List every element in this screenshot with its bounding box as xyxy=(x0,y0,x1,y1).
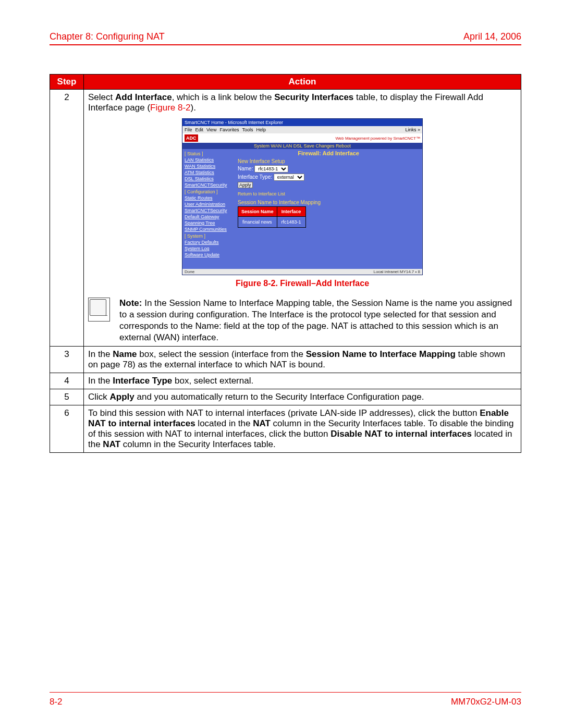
menu-favorites[interactable]: Favorites xyxy=(219,127,239,132)
apply-button[interactable]: Apply xyxy=(238,182,253,188)
note-icon xyxy=(88,298,110,322)
t: Disable NAT to internal interfaces xyxy=(331,429,472,439)
chapter-title: Chapter 8: Configuring NAT xyxy=(50,31,165,42)
side-link[interactable]: Default Gateway xyxy=(185,214,232,220)
header-rule xyxy=(50,44,521,45)
section-new-interface: New Interface Setup xyxy=(238,158,419,164)
type-select[interactable]: external xyxy=(274,174,304,181)
map-col2: Interface xyxy=(277,207,305,217)
name-select[interactable]: rfc1483-1 xyxy=(254,165,288,172)
side-link[interactable]: Spanning Tree xyxy=(185,220,232,226)
adc-logo: ADC xyxy=(185,134,198,142)
step-4-action: In the Interface Type box, select extern… xyxy=(84,373,521,389)
menu-tools[interactable]: Tools xyxy=(242,127,253,132)
t: NAT xyxy=(253,418,271,428)
menu-view[interactable]: View xyxy=(206,127,216,132)
menu-file[interactable]: File xyxy=(185,127,192,132)
side-link[interactable]: LAN Statistics xyxy=(185,157,232,163)
name-label: Name: xyxy=(238,166,253,171)
side-section-system: [ System ] xyxy=(185,233,232,239)
header-date: April 14, 2006 xyxy=(463,31,521,42)
status-right: Local intranet MY14.7 • 8 xyxy=(373,269,420,274)
note-body: In the Session Name to Interface Mapping… xyxy=(119,298,512,342)
side-link[interactable]: Software Update xyxy=(185,252,232,258)
step-5-action: Click Apply and you automatically return… xyxy=(84,389,521,405)
side-link[interactable]: SmartCNCTSecurity xyxy=(185,207,232,214)
ie-window: SmartCNCT Home - Microsoft Internet Expl… xyxy=(182,118,423,275)
col-step: Step xyxy=(50,75,84,90)
window-title: SmartCNCT Home - Microsoft Internet Expl… xyxy=(182,119,422,126)
t: In the xyxy=(88,376,113,386)
t: , which is a link below the xyxy=(172,92,275,102)
map-col1: Session Name xyxy=(238,207,277,217)
side-nav: [ Status ] LAN Statistics WAN Statistics… xyxy=(182,149,235,269)
map-cell2: rfc1483-1 xyxy=(277,217,305,228)
page-number: 8-2 xyxy=(50,697,63,707)
doc-id: MM70xG2-UM-03 xyxy=(451,697,521,707)
side-link[interactable]: WAN Statistics xyxy=(185,163,232,169)
t: Apply xyxy=(110,392,134,402)
top-nav[interactable]: System WAN LAN DSL Save Changes Reboot xyxy=(182,143,422,149)
note-label: Note: xyxy=(119,298,142,308)
step-2-num: 2 xyxy=(50,90,84,347)
side-link[interactable]: System Log xyxy=(185,245,232,252)
t: box, select the session (interface from … xyxy=(137,349,306,359)
t: NAT xyxy=(103,439,120,449)
side-link[interactable]: SNMP Communities xyxy=(185,226,232,232)
step-3-action: In the Name box, select the session (int… xyxy=(84,347,521,373)
t: box, select external. xyxy=(172,376,253,386)
step-3-num: 3 xyxy=(50,347,84,373)
side-link[interactable]: User Administration xyxy=(185,201,232,207)
side-link[interactable]: DSL Statistics xyxy=(185,176,232,182)
side-section-config: [ Configuration ] xyxy=(185,189,232,194)
t: Interface Type xyxy=(113,376,172,386)
menu-help[interactable]: Help xyxy=(256,127,266,132)
step-2-action: Select Add Interface, which is a link be… xyxy=(84,90,521,347)
step-5-num: 5 xyxy=(50,389,84,405)
side-link[interactable]: ATM Statistics xyxy=(185,169,232,176)
t: Select xyxy=(88,92,115,102)
figure-8-2: SmartCNCT Home - Microsoft Internet Expl… xyxy=(88,118,517,288)
t: located in the xyxy=(195,418,253,428)
section-mapping: Session Name to Interface Mapping xyxy=(238,200,419,205)
ie-menubar: File Edit View Favorites Tools Help Link… xyxy=(182,126,422,133)
note-text: Note: In the Session Name to Interface M… xyxy=(119,298,517,343)
step-6-action: To bind this session with NAT to interna… xyxy=(84,405,521,453)
links-button[interactable]: Links » xyxy=(405,127,420,132)
side-section-status: [ Status ] xyxy=(185,151,232,156)
return-link[interactable]: Return to Interface List xyxy=(238,191,285,196)
t: and you automatically return to the Secu… xyxy=(134,392,424,402)
panel-title: Firewall: Add Interface xyxy=(238,150,419,156)
t: ). xyxy=(191,103,196,113)
mapping-table: Session Name Interface financial news rf… xyxy=(238,206,306,228)
figure-caption: Figure 8-2. Firewall–Add Interface xyxy=(88,279,517,288)
t: In the xyxy=(88,349,113,359)
t: Add Interface xyxy=(115,92,172,102)
t: Name xyxy=(113,349,137,359)
step-4-num: 4 xyxy=(50,373,84,389)
status-left: Done xyxy=(185,269,194,274)
t: column in the Security Interfaces table. xyxy=(120,439,276,449)
steps-table: Step Action 2 Select Add Interface, whic… xyxy=(50,74,521,453)
side-link[interactable]: Static Routes xyxy=(185,195,232,201)
t: Click xyxy=(88,392,110,402)
t: To bind this session with NAT to interna… xyxy=(88,408,480,418)
map-cell1: financial news xyxy=(238,217,277,228)
figure-ref: Figure 8-2 xyxy=(150,103,190,113)
tagline: Web Management powered by SmartCNCT™ xyxy=(335,136,420,141)
side-link[interactable]: SmartCNCTSecurity xyxy=(185,182,232,188)
col-action: Action xyxy=(84,75,521,90)
t: Security Interfaces xyxy=(274,92,353,102)
step-6-num: 6 xyxy=(50,405,84,453)
menu-edit[interactable]: Edit xyxy=(195,127,204,132)
footer-rule xyxy=(50,692,521,693)
type-label: Interface Type: xyxy=(238,174,272,180)
side-link[interactable]: Factory Defaults xyxy=(185,239,232,245)
t: Session Name to Interface Mapping xyxy=(306,349,456,359)
